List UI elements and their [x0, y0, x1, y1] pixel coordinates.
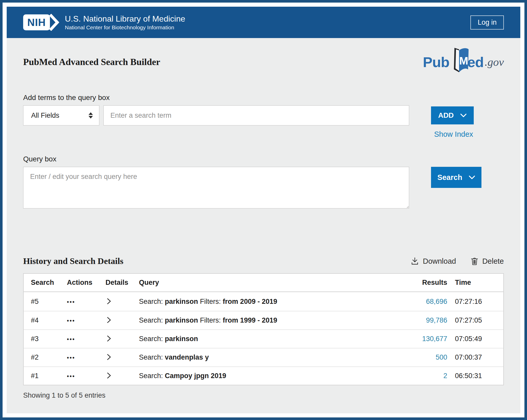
main-content: PubMed Advanced Search Builder Pub M ed … [7, 38, 520, 413]
nih-logo-box: NIH [23, 14, 50, 30]
login-button[interactable]: Log in [470, 15, 504, 30]
delete-button[interactable]: Delete [470, 257, 504, 266]
table-entries-summary: Showing 1 to 5 of 5 entries [23, 391, 504, 399]
nih-header: NIH U.S. National Library of Medicine Na… [7, 7, 520, 38]
details-expand-button[interactable] [106, 297, 112, 306]
pubmed-logo-pub: Pub [423, 54, 449, 70]
field-selector[interactable]: All Fields [23, 105, 99, 125]
query-box-label: Query box [23, 155, 504, 163]
add-button-label: ADD [438, 111, 454, 120]
add-button[interactable]: ADD [431, 106, 474, 124]
add-chevron-down-icon [460, 114, 467, 117]
column-header-actions: Actions [67, 279, 106, 287]
search-number: #2 [31, 353, 67, 361]
pubmed-logo-gov: .gov [485, 56, 504, 69]
results-link[interactable]: 130,677 [422, 335, 447, 343]
details-expand-button[interactable] [106, 334, 112, 343]
nih-logo[interactable]: NIH [23, 14, 59, 31]
column-header-time: Time [455, 279, 496, 287]
column-header-query: Query [139, 279, 406, 287]
delete-label: Delete [482, 257, 504, 266]
search-chevron-down-icon [469, 176, 475, 179]
results-link[interactable]: 2 [443, 372, 447, 380]
add-terms-label: Add terms to the query box [23, 94, 504, 102]
details-expand-button[interactable] [106, 353, 112, 362]
table-row: #5•••Search: parkinson Filters: from 200… [24, 292, 503, 311]
time-value: 06:50:31 [455, 372, 496, 380]
details-chevron-right-icon [107, 372, 111, 379]
actions-menu-button[interactable]: ••• [67, 299, 75, 305]
history-table-body: #5•••Search: parkinson Filters: from 200… [24, 292, 503, 385]
actions-menu-button[interactable]: ••• [67, 336, 75, 343]
pubmed-book-icon: M [450, 47, 469, 73]
time-value: 07:00:37 [455, 353, 496, 361]
select-updown-icon [89, 112, 93, 118]
search-button[interactable]: Search [431, 167, 481, 188]
history-table-header: Search Actions Details Query Results Tim… [24, 274, 503, 292]
results-link[interactable]: 500 [436, 353, 447, 361]
query-text: Search: parkinson [139, 335, 406, 343]
page-title: PubMed Advanced Search Builder [23, 57, 160, 67]
actions-menu-button[interactable]: ••• [67, 373, 75, 380]
results-link[interactable]: 68,696 [426, 298, 447, 305]
svg-text:M: M [459, 55, 468, 67]
column-header-results: Results [406, 279, 455, 287]
trash-icon [470, 257, 479, 266]
query-text: Search: parkinson Filters: from 1999 - 2… [139, 316, 406, 324]
add-terms-section: Add terms to the query box All Fields AD… [23, 94, 504, 139]
time-value: 07:05:49 [455, 335, 496, 343]
actions-menu-button[interactable]: ••• [67, 317, 75, 324]
time-value: 07:27:16 [455, 298, 496, 306]
pubmed-logo-ed: ed [467, 54, 484, 70]
details-expand-button[interactable] [106, 371, 112, 380]
details-chevron-right-icon [107, 335, 111, 342]
column-header-details: Details [106, 279, 139, 287]
pubmed-advanced-page: NIH U.S. National Library of Medicine Na… [0, 0, 527, 420]
details-expand-button[interactable] [106, 316, 112, 325]
search-number: #3 [31, 335, 67, 343]
details-chevron-right-icon [107, 354, 111, 360]
nih-logo-text: NIH [27, 17, 46, 28]
table-row: #4•••Search: parkinson Filters: from 199… [24, 311, 503, 329]
pubmed-logo[interactable]: Pub M ed .gov [423, 51, 504, 73]
table-row: #1•••Search: Campoy jpgn 2019206:50:31 [24, 366, 503, 385]
time-value: 07:27:05 [455, 316, 496, 324]
download-button[interactable]: Download [410, 257, 456, 266]
history-table: Search Actions Details Query Results Tim… [23, 273, 504, 385]
search-number: #5 [31, 298, 67, 306]
query-text: Search: vandenplas y [139, 353, 406, 361]
search-term-input[interactable] [103, 105, 409, 125]
search-number: #1 [31, 372, 67, 380]
nih-chevron-icon [49, 14, 59, 31]
details-chevron-right-icon [107, 298, 111, 304]
query-textarea[interactable] [23, 167, 409, 208]
search-button-label: Search [437, 173, 462, 182]
query-text: Search: parkinson Filters: from 2009 - 2… [139, 298, 406, 306]
org-subtitle: National Center for Biotechnology Inform… [65, 24, 185, 31]
column-header-search: Search [31, 279, 67, 287]
query-box-section: Query box Search [23, 155, 504, 208]
table-row: #2•••Search: vandenplas y50007:00:37 [24, 348, 503, 366]
table-row: #3•••Search: parkinson130,67707:05:49 [24, 329, 503, 348]
results-link[interactable]: 99,786 [426, 316, 447, 324]
download-label: Download [423, 257, 456, 266]
details-chevron-right-icon [107, 317, 111, 323]
history-section: History and Search Details Download [23, 256, 504, 399]
org-title: U.S. National Library of Medicine [65, 14, 185, 24]
org-titles: U.S. National Library of Medicine Nation… [65, 14, 185, 31]
actions-menu-button[interactable]: ••• [67, 354, 75, 361]
history-title: History and Search Details [23, 256, 123, 266]
field-selector-value: All Fields [31, 112, 59, 120]
download-icon [410, 257, 419, 266]
query-text: Search: Campoy jpgn 2019 [139, 372, 406, 380]
search-number: #4 [31, 316, 67, 324]
show-index-link[interactable]: Show Index [431, 130, 474, 139]
